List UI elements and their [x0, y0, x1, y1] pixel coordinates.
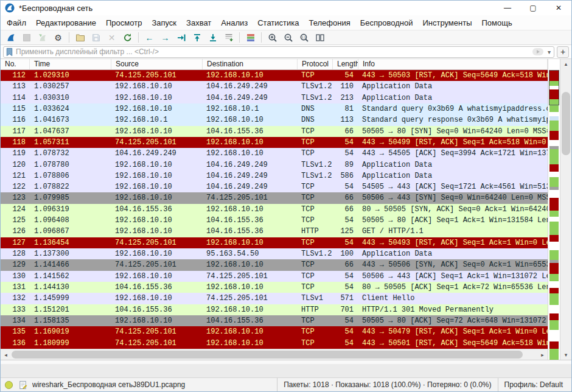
column-header-info[interactable]: Info: [358, 59, 548, 69]
menu-item[interactable]: Анализ: [216, 16, 253, 29]
packet-row[interactable]: 1311.144130104.16.155.36192.168.10.10TCP…: [1, 282, 548, 293]
cell-no: 118: [1, 137, 30, 148]
column-header-time[interactable]: Time: [30, 59, 111, 69]
packet-row[interactable]: 1271.13645474.125.205.101192.168.10.10TC…: [1, 237, 548, 248]
go-bottom-button[interactable]: [205, 31, 220, 44]
cell-proto: TCP: [298, 70, 333, 81]
packet-row[interactable]: 1291.14146674.125.205.101192.168.10.10TC…: [1, 259, 548, 270]
column-header-length[interactable]: Length: [333, 59, 358, 69]
cell-dst: 192.168.10.10: [203, 204, 298, 215]
packet-row[interactable]: 1261.096867192.168.10.10104.16.155.36HTT…: [1, 226, 548, 237]
cell-src: 74.125.205.101: [111, 70, 203, 81]
menu-item[interactable]: Помощь: [477, 16, 517, 29]
packet-row[interactable]: 1331.151201104.16.155.36192.168.10.10HTT…: [1, 304, 548, 315]
cell-no: 117: [1, 126, 30, 137]
auto-scroll-button[interactable]: [221, 31, 236, 44]
go-back-button[interactable]: ←: [142, 31, 157, 44]
reload-file-button[interactable]: [120, 31, 135, 44]
menu-item[interactable]: Файл: [2, 16, 31, 29]
packet-row[interactable]: 1191.078732104.16.249.249192.168.10.10TC…: [1, 148, 548, 159]
packet-row[interactable]: 1351.16901974.125.205.101192.168.10.10TC…: [1, 326, 548, 337]
cell-info: 443 → 50501 [RST, ACK] Seq=5649 Ack=518 …: [358, 338, 548, 349]
column-header-source[interactable]: Source: [111, 59, 203, 69]
column-header-protocol[interactable]: Protocol: [298, 59, 333, 69]
packet-row[interactable]: 1301.141562192.168.10.1074.125.205.101TC…: [1, 271, 548, 282]
zoom-original-button[interactable]: 1:1: [296, 31, 312, 44]
scroll-down-button[interactable]: ▾: [560, 350, 571, 360]
scroll-up-button[interactable]: ▴: [560, 59, 571, 69]
display-filter-input[interactable]: [16, 47, 529, 56]
auto-scroll-icon: [223, 32, 234, 43]
maximize-button[interactable]: ▢: [520, 1, 546, 15]
packet-stats: Пакеты: 1018 · Показаны: 1018 (100.0%) ·…: [277, 378, 497, 391]
expert-info-icon[interactable]: [3, 380, 14, 390]
packet-row[interactable]: 1341.158135192.168.10.10104.16.155.36TCP…: [1, 315, 548, 326]
packet-row[interactable]: 1211.078806192.168.10.10104.16.249.249TL…: [1, 170, 548, 181]
filter-bookmark-icon[interactable]: [5, 47, 13, 57]
profile-selector[interactable]: Профиль: Default: [498, 378, 570, 391]
zoom-in-button[interactable]: [265, 31, 280, 44]
packet-row[interactable]: 1201.078780192.168.10.10104.16.249.249TL…: [1, 159, 548, 170]
menu-item[interactable]: Инструменты: [417, 16, 476, 29]
menu-item[interactable]: Просмотр: [101, 16, 147, 29]
filter-dropdown-caret-icon[interactable]: ▾: [546, 49, 552, 55]
go-top-button[interactable]: [189, 31, 204, 44]
packet-row[interactable]: 1151.033624192.168.10.10192.168.10.1DNS8…: [1, 103, 548, 114]
menu-item[interactable]: Захват: [181, 16, 216, 29]
hscroll-thumb[interactable]: [12, 351, 523, 359]
minimize-button[interactable]: —: [495, 1, 520, 15]
packet-row[interactable]: 1241.096319104.16.155.36192.168.10.10TCP…: [1, 204, 548, 215]
go-forward-button[interactable]: →: [158, 31, 173, 44]
packet-row[interactable]: 1121.02931074.125.205.101192.168.10.10TC…: [1, 70, 548, 81]
vscroll-thumb[interactable]: [562, 92, 570, 155]
column-header-destination[interactable]: Destination: [203, 59, 298, 69]
vertical-scrollbar[interactable]: ▴ ▾: [560, 59, 571, 360]
close-button[interactable]: ✕: [546, 1, 571, 15]
menu-item[interactable]: Статистика: [253, 16, 304, 29]
capture-comment-icon[interactable]: [17, 380, 28, 390]
cell-info: 50506 → 443 [SYN] Seq=0 Win=64240 Len=0 …: [358, 192, 548, 203]
zoom-out-button[interactable]: [281, 31, 296, 44]
column-header-no[interactable]: No.: [1, 59, 30, 69]
packet-row[interactable]: 1171.047637192.168.10.10104.16.155.36TCP…: [1, 126, 548, 137]
toolbar-separator: [261, 32, 262, 43]
scroll-right-button[interactable]: ▸: [537, 352, 548, 358]
capture-options-button[interactable]: ⚙: [51, 31, 66, 44]
resize-columns-button[interactable]: [312, 31, 327, 44]
colorize-button[interactable]: [243, 31, 258, 44]
menu-item[interactable]: Запуск: [147, 16, 181, 29]
go-to-packet-icon: [176, 32, 187, 43]
cell-dst: 104.16.249.249: [203, 159, 298, 170]
open-file-button[interactable]: [72, 31, 88, 44]
menu-item[interactable]: Редактирование: [31, 16, 101, 29]
vscroll-track[interactable]: [560, 69, 571, 350]
packet-row[interactable]: 1231.079985192.168.10.1074.125.205.101TC…: [1, 192, 548, 203]
start-capture-button[interactable]: [3, 31, 18, 44]
menu-item[interactable]: Телефония: [304, 16, 355, 29]
menu-item[interactable]: Беспроводной: [355, 16, 418, 29]
horizontal-scrollbar[interactable]: ◂ ▸: [1, 349, 548, 360]
packet-row[interactable]: 1361.18099974.125.205.101192.168.10.10TC…: [1, 338, 548, 349]
scroll-left-button[interactable]: ◂: [1, 352, 11, 358]
hscroll-track[interactable]: [11, 349, 537, 360]
cell-proto: TLSv1: [298, 293, 333, 304]
packet-row[interactable]: 1281.137300192.168.10.1095.163.54.50TLSv…: [1, 248, 548, 259]
minimap-stripe: [549, 140, 559, 147]
packet-row[interactable]: 1251.096408192.168.10.10104.16.155.36TCP…: [1, 215, 548, 226]
apply-filter-icon[interactable]: [532, 47, 544, 56]
display-filter-field[interactable]: ▾: [3, 46, 554, 58]
packet-row[interactable]: 1181.05731174.125.205.101192.168.10.10TC…: [1, 137, 548, 148]
menu-bar: ФайлРедактированиеПросмотрЗапускЗахватАн…: [1, 15, 571, 30]
add-filter-button[interactable]: +: [557, 46, 569, 58]
cell-dst: 192.168.10.10: [203, 148, 298, 159]
packet-row[interactable]: 1141.030310192.168.10.10104.16.249.249TL…: [1, 93, 548, 103]
go-to-packet-button[interactable]: [173, 31, 189, 44]
cell-proto: TCP: [298, 181, 333, 192]
packet-row[interactable]: 1131.030257192.168.10.10104.16.249.249TL…: [1, 81, 548, 92]
packet-row[interactable]: 1221.078822192.168.10.10104.16.249.249TC…: [1, 181, 548, 192]
packet-minimap[interactable]: [548, 59, 560, 360]
minimap-stripe: [549, 281, 559, 288]
packet-row[interactable]: 1321.145999192.168.10.1074.125.205.101TL…: [1, 293, 548, 304]
cell-info: 443 → 50493 [RST, ACK] Seq=1 Ack=1 Win=0…: [358, 237, 548, 248]
packet-row[interactable]: 1161.041673192.168.10.1192.168.10.10DNS1…: [1, 114, 548, 125]
